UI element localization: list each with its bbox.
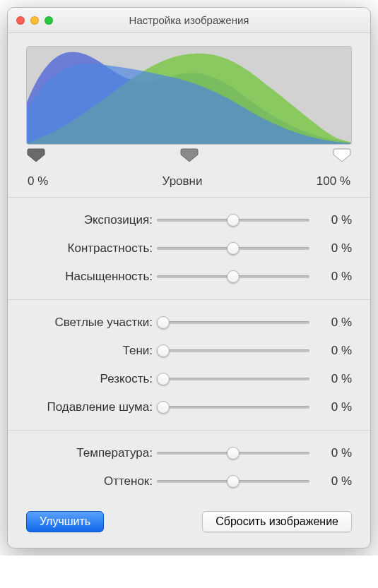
slider-thumb-contrast[interactable] (227, 242, 240, 255)
histogram-svg (27, 47, 351, 144)
slider-saturation[interactable] (157, 269, 309, 284)
window-title: Настройка изображения (8, 14, 370, 26)
slider-value-saturation: 0 % (309, 270, 352, 284)
slider-label-sharpness: Резкость: (26, 372, 157, 386)
slider-label-shadows: Тени: (26, 344, 157, 358)
slider-value-sharpness: 0 % (309, 372, 352, 386)
slider-label-saturation: Насыщенность: (26, 270, 157, 284)
levels-left-label: 0 % (28, 174, 48, 188)
close-icon[interactable] (16, 16, 25, 25)
slider-thumb-tint[interactable] (227, 475, 240, 488)
divider (8, 430, 370, 431)
slider-tint[interactable] (157, 474, 309, 489)
divider (8, 197, 370, 198)
slider-value-temperature: 0 % (309, 446, 352, 460)
slider-label-temperature: Температура: (26, 446, 157, 460)
slider-row-saturation: Насыщенность:0 % (26, 263, 352, 291)
slider-thumb-denoise[interactable] (157, 401, 170, 414)
content-area: 0 % Уровни 100 % Экспозиция:0 %Контрастн… (8, 33, 370, 548)
slider-row-tint: Оттенок:0 % (26, 467, 352, 496)
levels-slider[interactable] (26, 149, 352, 169)
button-row: Улучшить Сбросить изображение (26, 511, 352, 532)
slider-thumb-saturation[interactable] (227, 270, 240, 283)
slider-value-contrast: 0 % (309, 241, 352, 256)
enhance-button[interactable]: Улучшить (26, 511, 104, 532)
window-controls (8, 16, 53, 25)
slider-thumb-sharpness[interactable] (157, 373, 170, 385)
histogram (26, 46, 352, 145)
levels-handle-black[interactable] (26, 148, 46, 163)
slider-thumb-temperature[interactable] (227, 447, 240, 460)
slider-row-temperature: Температура:0 % (26, 439, 352, 467)
slider-label-exposure: Экспозиция: (26, 213, 157, 227)
slider-highlights[interactable] (157, 315, 309, 330)
slider-temperature[interactable] (157, 445, 309, 461)
zoom-icon[interactable] (45, 16, 53, 25)
slider-value-highlights: 0 % (309, 316, 352, 330)
slider-thumb-shadows[interactable] (157, 344, 170, 357)
slider-row-shadows: Тени:0 % (26, 337, 352, 365)
slider-exposure[interactable] (157, 212, 309, 228)
slider-shadows[interactable] (157, 343, 309, 359)
minimize-icon[interactable] (30, 16, 39, 25)
slider-row-contrast: Контрастность:0 % (26, 234, 352, 263)
image-adjustments-window: Настройка изображения 0 % Уровни (7, 7, 371, 548)
reset-button[interactable]: Сбросить изображение (202, 511, 352, 532)
slider-sharpness[interactable] (157, 371, 309, 387)
slider-contrast[interactable] (157, 241, 309, 256)
slider-value-tint: 0 % (309, 474, 352, 488)
slider-label-tint: Оттенок: (26, 474, 157, 488)
slider-row-exposure: Экспозиция:0 % (26, 206, 352, 234)
slider-row-sharpness: Резкость:0 % (26, 365, 352, 393)
slider-value-shadows: 0 % (309, 344, 352, 358)
levels-right-label: 100 % (317, 174, 350, 188)
levels-labels: 0 % Уровни 100 % (26, 169, 352, 188)
slider-row-denoise: Подавление шума:0 % (26, 393, 352, 421)
slider-label-contrast: Контрастность: (26, 241, 157, 256)
slider-value-exposure: 0 % (309, 213, 352, 227)
slider-label-denoise: Подавление шума: (26, 400, 157, 414)
divider (8, 299, 370, 300)
slider-thumb-highlights[interactable] (157, 316, 170, 329)
sliders-container: Экспозиция:0 %Контрастность:0 %Насыщенно… (26, 206, 352, 496)
levels-handle-gamma[interactable] (179, 148, 199, 163)
titlebar[interactable]: Настройка изображения (8, 8, 370, 33)
slider-thumb-exposure[interactable] (227, 214, 240, 227)
slider-value-denoise: 0 % (309, 400, 352, 414)
levels-handle-white[interactable] (332, 148, 352, 163)
slider-label-highlights: Светлые участки: (26, 316, 157, 330)
slider-row-highlights: Светлые участки:0 % (26, 308, 352, 337)
slider-denoise[interactable] (157, 400, 309, 415)
levels-center-label: Уровни (163, 174, 203, 188)
